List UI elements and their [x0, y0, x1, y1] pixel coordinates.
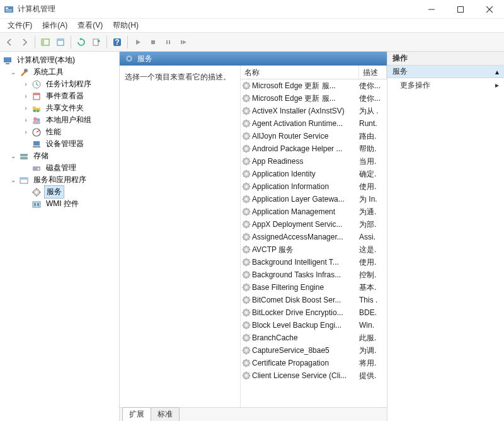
back-button[interactable] — [3, 35, 16, 49]
expand-icon[interactable]: › — [23, 81, 29, 88]
service-row[interactable]: Background Tasks Infras...控制. — [241, 268, 387, 281]
tree-root[interactable]: 计算机管理(本地) — [1, 54, 118, 66]
refresh-button[interactable] — [74, 35, 88, 49]
tree-shared-folders[interactable]: › 共享文件夹 — [1, 102, 118, 114]
service-row[interactable]: Microsoft Edge 更新 服...使你... — [241, 79, 387, 92]
tree-disk-mgmt[interactable]: 磁盘管理 — [1, 162, 118, 174]
service-row[interactable]: Android Package Helper ...帮助. — [241, 142, 387, 155]
tab-standard[interactable]: 标准 — [151, 407, 180, 421]
services-rows[interactable]: Microsoft Edge 更新 服...使你... Microsoft Ed… — [241, 79, 387, 407]
actions-header: 操作 — [387, 52, 504, 66]
tree-device-manager[interactable]: 设备管理器 — [1, 138, 118, 150]
tree-services-apps[interactable]: ⌄ 服务和应用程序 — [1, 174, 118, 186]
forward-button[interactable] — [18, 35, 32, 49]
storage-icon — [19, 151, 29, 161]
expand-icon[interactable]: › — [23, 129, 29, 136]
svg-point-61 — [245, 97, 248, 100]
collapse-icon[interactable]: ⌄ — [10, 176, 16, 183]
navigation-tree[interactable]: 计算机管理(本地) ⌄ 系统工具 › 任务计划程序 › 事件查看器 › 共享文件… — [0, 52, 120, 421]
expand-icon[interactable]: › — [23, 117, 29, 124]
actions-more[interactable]: 更多操作 ▸ — [387, 78, 504, 92]
gear-icon — [241, 207, 252, 216]
view-tabs: 扩展 标准 — [120, 407, 387, 421]
service-row[interactable]: Microsoft Edge 更新 服...使你... — [241, 92, 387, 105]
collapse-icon[interactable]: ⌄ — [10, 153, 16, 159]
tree-local-users[interactable]: › 本地用户和组 — [1, 114, 118, 126]
stop-button[interactable] — [146, 35, 160, 49]
collapse-icon[interactable]: ⌄ — [10, 69, 16, 76]
service-row[interactable]: BitLocker Drive Encryptio...BDE. — [241, 306, 387, 319]
menu-file[interactable]: 文件(F) — [3, 19, 37, 32]
svg-rect-31 — [33, 141, 40, 146]
toolbar-properties-button[interactable] — [54, 35, 67, 49]
col-name[interactable]: 名称 — [241, 66, 359, 79]
service-row[interactable]: AssignedAccessManager...Assi. — [241, 231, 387, 243]
tree-system-tools[interactable]: ⌄ 系统工具 — [1, 66, 118, 78]
expand-icon[interactable]: › — [23, 105, 29, 112]
gear-icon — [241, 258, 252, 267]
gear-icon — [241, 296, 252, 304]
service-name: Application Information — [252, 182, 359, 191]
pause-button[interactable] — [161, 35, 175, 49]
export-button[interactable] — [89, 35, 103, 49]
tree-task-scheduler[interactable]: › 任务计划程序 — [1, 78, 118, 90]
gear-icon — [241, 132, 252, 141]
gear-icon — [125, 54, 134, 63]
service-row[interactable]: Background Intelligent T...使用. — [241, 256, 387, 268]
tree-event-viewer[interactable]: › 事件查看器 — [1, 90, 118, 102]
restart-button[interactable] — [176, 35, 190, 49]
service-row[interactable]: Base Filtering Engine基本. — [241, 281, 387, 294]
service-row[interactable]: Certificate Propagation将用. — [241, 357, 387, 369]
svg-point-151 — [245, 211, 248, 213]
toolbar-show-hide-button[interactable] — [38, 35, 52, 49]
svg-rect-11 — [57, 39, 64, 41]
service-row[interactable]: CaptureService_8bae5为调. — [241, 344, 387, 357]
menu-action[interactable]: 操作(A) — [37, 19, 72, 32]
service-row[interactable]: Application Layer Gatewa...为 In. — [241, 193, 387, 205]
svg-point-71 — [245, 110, 248, 112]
tree-storage[interactable]: ⌄ 存储 — [1, 150, 118, 162]
service-row[interactable]: Client License Service (Cli...提供. — [241, 369, 387, 382]
close-button[interactable] — [475, 0, 504, 19]
service-row[interactable]: ActiveX Installer (AxInstSV)为从 . — [241, 105, 387, 117]
tree-services[interactable]: 服务 — [1, 186, 118, 198]
chevron-right-icon: ▸ — [495, 81, 499, 89]
service-row[interactable]: App Readiness当用. — [241, 155, 387, 168]
service-row[interactable]: AppX Deployment Servic...为部. — [241, 218, 387, 231]
play-button[interactable] — [131, 35, 145, 49]
menu-view[interactable]: 查看(V) — [72, 19, 108, 32]
service-desc: 提供. — [359, 371, 387, 381]
tab-extended[interactable]: 扩展 — [122, 407, 151, 421]
gear-icon — [241, 283, 252, 292]
service-name: AppX Deployment Servic... — [252, 220, 359, 229]
tree-performance[interactable]: › 性能 — [1, 126, 118, 138]
service-row[interactable]: Application Identity确定. — [241, 168, 387, 180]
tree-wmi[interactable]: WMI 控件 — [1, 198, 118, 210]
service-row[interactable]: BitComet Disk Boost Ser...This . — [241, 294, 387, 306]
service-row[interactable]: BranchCache此服. — [241, 332, 387, 344]
col-desc[interactable]: 描述 — [359, 66, 387, 79]
service-name: AssignedAccessManager... — [252, 233, 359, 241]
service-desc: 为部. — [359, 219, 387, 230]
svg-point-231 — [245, 311, 248, 314]
menu-help[interactable]: 帮助(H) — [108, 19, 144, 32]
svg-point-191 — [245, 261, 248, 263]
maximize-button[interactable] — [446, 0, 475, 19]
actions-section[interactable]: 服务 ▴ — [387, 66, 504, 78]
service-row[interactable]: AVCTP 服务这是. — [241, 243, 387, 256]
service-row[interactable]: Application Management为通. — [241, 205, 387, 218]
svg-point-261 — [245, 349, 248, 352]
svg-point-271 — [245, 362, 248, 364]
minimize-button[interactable] — [417, 0, 446, 19]
gear-icon — [241, 245, 252, 254]
service-row[interactable]: Block Level Backup Engi...Win. — [241, 319, 387, 332]
disk-icon — [32, 163, 42, 173]
expand-icon[interactable]: › — [23, 93, 29, 100]
service-row[interactable]: Application Information使用. — [241, 180, 387, 193]
service-row[interactable]: AllJoyn Router Service路由. — [241, 130, 387, 142]
help-button[interactable]: ? — [110, 35, 124, 49]
service-row[interactable]: Agent Activation Runtime...Runt. — [241, 117, 387, 130]
svg-point-27 — [33, 117, 37, 121]
svg-point-211 — [245, 286, 248, 289]
gear-icon — [241, 144, 252, 153]
